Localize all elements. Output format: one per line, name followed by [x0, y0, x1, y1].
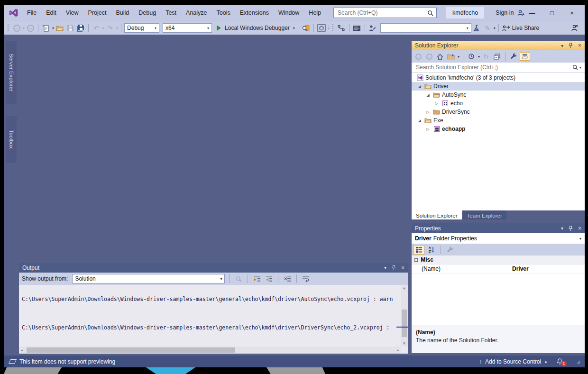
scrollbar-thumb[interactable]	[402, 310, 407, 337]
tree-row-driversync[interactable]: ▷ DriverSync	[412, 108, 585, 116]
close-button[interactable]: ×	[569, 9, 575, 17]
il-viewer-icon[interactable]	[352, 23, 362, 33]
pin-icon[interactable]	[392, 265, 396, 271]
close-icon[interactable]: ×	[578, 42, 581, 49]
output-horizontal-scrollbar[interactable]: ◄ ►	[19, 347, 401, 354]
pending-changes-filter-icon[interactable]	[467, 51, 476, 62]
expander-expanded-icon[interactable]: ◢	[415, 119, 423, 123]
tree-row-autosync[interactable]: ◢ AutoSync	[412, 91, 585, 99]
configuration-dropdown[interactable]: Debug▾	[124, 23, 159, 33]
new-project-button[interactable]	[41, 23, 51, 33]
properties-wrench-icon[interactable]	[509, 51, 518, 62]
clear-all-icon[interactable]	[283, 274, 292, 284]
scope-dropdown[interactable]: ▾	[328, 26, 330, 30]
property-row-name[interactable]: (Name) Driver	[412, 265, 585, 274]
previous-message-icon[interactable]	[252, 274, 262, 284]
solution-explorer-search-input[interactable]	[415, 64, 572, 71]
properties-title-bar[interactable]: Properties ▾ ×	[412, 223, 585, 233]
output-text-area[interactable]: C:\Users\SuperAdmin\Downloads\Windows-dr…	[19, 285, 408, 354]
window-position-dropdown[interactable]: ▾	[561, 43, 563, 48]
scroll-right-icon[interactable]: ►	[397, 348, 399, 352]
toolbar-grip[interactable]	[7, 24, 9, 32]
tree-row-echo[interactable]: ▷ echo	[412, 99, 585, 108]
attach-to-process-button[interactable]	[301, 23, 311, 33]
switch-views-dropdown[interactable]: ▾	[458, 55, 459, 59]
run-tests-flask-icon[interactable]	[472, 23, 482, 33]
open-folder-button[interactable]	[55, 23, 64, 33]
menu-test[interactable]: Test	[161, 5, 181, 21]
quick-search-box[interactable]	[333, 8, 437, 18]
platform-dropdown[interactable]: x64▾	[163, 23, 212, 33]
feedback-icon[interactable]	[570, 23, 579, 33]
save-button[interactable]	[65, 23, 75, 33]
next-message-icon[interactable]	[264, 274, 274, 284]
tree-row-echoapp[interactable]: ▷ echoapp	[412, 125, 585, 133]
menu-edit[interactable]: Edit	[41, 5, 61, 21]
home-icon[interactable]	[435, 51, 445, 62]
menu-debug[interactable]: Debug	[134, 5, 161, 21]
start-debugging-button[interactable]: Local Windows Debugger	[225, 25, 290, 31]
menu-analyze[interactable]: Analyze	[181, 5, 211, 21]
back-button[interactable]: ←	[413, 51, 423, 62]
pin-icon[interactable]	[569, 43, 573, 48]
scroll-down-icon[interactable]: ▼	[403, 341, 405, 346]
branch-switch-icon[interactable]	[337, 23, 346, 33]
toolbar-grip[interactable]	[332, 24, 334, 32]
scroll-up-icon[interactable]: ▲	[403, 286, 405, 290]
edit-pencil-icon[interactable]: ✎	[483, 23, 492, 33]
quick-search-input[interactable]	[337, 9, 427, 17]
pin-icon[interactable]	[569, 226, 573, 231]
scroll-left-icon[interactable]: ◄	[20, 348, 23, 352]
live-share-button[interactable]: Live Share	[512, 25, 539, 31]
menu-help[interactable]: Help	[304, 5, 326, 21]
notifications-bell-icon[interactable]: 1	[556, 358, 563, 365]
solution-home-button[interactable]	[317, 23, 326, 33]
maximize-button[interactable]: □	[549, 9, 555, 17]
property-category-misc[interactable]: ⊟ Misc	[412, 255, 585, 265]
live-share-icon[interactable]	[502, 23, 511, 33]
tab-team-explorer[interactable]: Team Explorer	[463, 210, 506, 219]
start-debugging-icon[interactable]	[217, 25, 221, 31]
resize-grip[interactable]: ◢	[577, 359, 580, 364]
menu-project[interactable]: Project	[83, 5, 111, 21]
property-value[interactable]: Driver	[509, 265, 585, 272]
output-source-dropdown[interactable]: Solution▾	[72, 274, 225, 283]
tab-toolbox[interactable]: Toolbox	[6, 116, 17, 163]
alphabetical-sort-button[interactable]	[427, 246, 436, 254]
tree-row-driver[interactable]: ◢ Driver	[412, 82, 585, 91]
expander-expanded-icon[interactable]: ◢	[424, 93, 432, 97]
collapse-category-icon[interactable]: ⊟	[414, 257, 418, 263]
redo-button[interactable]: ↷	[105, 23, 115, 33]
close-icon[interactable]: ×	[578, 225, 581, 232]
navigate-back-button[interactable]: ←	[12, 23, 21, 33]
output-vertical-scrollbar[interactable]: ▲ ▼	[401, 285, 408, 347]
properties-object-dropdown[interactable]: Driver Folder Properties ▾	[412, 233, 585, 244]
categorized-view-button[interactable]	[413, 245, 424, 255]
switch-views-icon[interactable]	[446, 51, 456, 62]
add-to-source-control-button[interactable]: Add to Source Control	[485, 358, 541, 365]
find-message-icon[interactable]	[234, 274, 243, 284]
search-options-dropdown[interactable]: ▾	[579, 65, 581, 70]
window-position-dropdown[interactable]: ▾	[384, 265, 386, 270]
close-icon[interactable]: ×	[401, 265, 404, 271]
scrollbar-thumb[interactable]	[27, 347, 235, 353]
undo-dropdown[interactable]: ▾	[102, 26, 104, 30]
window-position-dropdown[interactable]: ▾	[561, 226, 563, 231]
property-pages-wrench-icon[interactable]	[445, 246, 455, 254]
debug-target-dropdown[interactable]: ▾	[293, 26, 295, 30]
solution-explorer-title-bar[interactable]: Solution Explorer ▾ ×	[412, 41, 585, 50]
search-icon[interactable]	[572, 64, 578, 70]
save-all-button[interactable]	[76, 23, 85, 33]
menu-build[interactable]: Build	[111, 5, 134, 21]
expander-collapsed-icon[interactable]: ▷	[424, 127, 432, 131]
more-commands-dropdown[interactable]: ▾	[494, 26, 496, 30]
menu-file[interactable]: File	[22, 5, 41, 21]
menu-view[interactable]: View	[61, 5, 83, 21]
sync-with-active-document-icon[interactable]: ↻	[481, 51, 491, 62]
forward-button[interactable]: →	[424, 51, 434, 62]
minimize-button[interactable]: —	[529, 9, 535, 17]
code-review-icon[interactable]	[368, 23, 377, 33]
navigate-forward-button[interactable]: →	[26, 23, 35, 33]
menu-tools[interactable]: Tools	[212, 5, 235, 21]
undo-button[interactable]: ↶	[92, 23, 101, 33]
